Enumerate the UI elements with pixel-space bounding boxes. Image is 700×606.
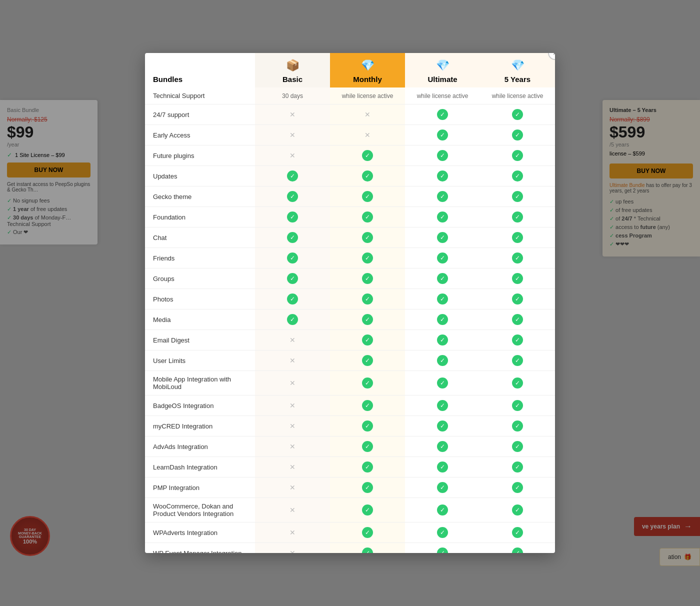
row-label-learndash-integration: LearnDash Integration xyxy=(145,457,255,478)
check-icon: ✓ xyxy=(512,232,523,243)
cross-icon: ✕ xyxy=(290,336,296,344)
row-label-mobile-app-integration-with-mobiloud: Mobile App Integration with MobiLoud xyxy=(145,371,255,396)
cell-monthly: ✓ xyxy=(330,416,405,436)
cell-basic: ✓ xyxy=(255,310,330,330)
table-row: Foundation✓✓✓✓ xyxy=(145,207,555,228)
cell-basic: ✓ xyxy=(255,289,330,310)
cell-5years: ✓ xyxy=(480,522,555,543)
check-icon: ✓ xyxy=(362,212,373,222)
cell-ultimate: ✓ xyxy=(405,371,480,396)
check-icon: ✓ xyxy=(512,527,523,538)
cell-monthly: ✓ xyxy=(330,228,405,248)
table-row: WP Event Manager Integration✕✓✓✓ xyxy=(145,543,555,554)
cell-monthly-technical-support: while license active xyxy=(330,88,405,104)
cell-monthly: ✓ xyxy=(330,146,405,166)
check-icon: ✓ xyxy=(362,170,373,182)
table-row: Chat✓✓✓✓ xyxy=(145,228,555,248)
check-icon: ✓ xyxy=(437,378,448,388)
cross-icon: ✕ xyxy=(290,484,296,492)
cell-basic: ✕ xyxy=(255,522,330,543)
table-row: WooCommerce, Dokan and Product Vendors I… xyxy=(145,498,555,522)
cell-5years: ✓ xyxy=(480,457,555,478)
col-basic-header: 📦 Basic xyxy=(255,53,330,88)
cell-5years-technical-support: while license active xyxy=(480,88,555,104)
cross-icon: ✕ xyxy=(290,422,296,430)
cell-5years: ✓ xyxy=(480,330,555,350)
col-ultimate-header: 💎 Ultimate xyxy=(405,53,480,88)
check-icon: ✓ xyxy=(512,355,523,366)
cell-monthly: ✕ xyxy=(330,104,405,125)
cross-icon: ✕ xyxy=(290,402,296,410)
cell-5years: ✓ xyxy=(480,268,555,289)
table-row: PMP Integration✕✓✓✓ xyxy=(145,478,555,498)
basic-plan-name: Basic xyxy=(259,75,326,84)
check-icon: ✓ xyxy=(437,420,448,432)
cell-ultimate: ✓ xyxy=(405,498,480,522)
cell-5years: ✓ xyxy=(480,186,555,207)
cell-5years: ✓ xyxy=(480,104,555,125)
check-icon: ✓ xyxy=(437,548,448,553)
check-icon: ✓ xyxy=(437,150,448,161)
cell-ultimate: ✓ xyxy=(405,125,480,146)
cell-basic: ✕ xyxy=(255,396,330,416)
check-icon: ✓ xyxy=(362,441,373,452)
cell-basic-technical-support: 30 days xyxy=(255,88,330,104)
check-icon: ✓ xyxy=(362,294,373,304)
cell-monthly: ✓ xyxy=(330,457,405,478)
cell-monthly: ✓ xyxy=(330,498,405,522)
cell-5years: ✓ xyxy=(480,350,555,371)
check-icon: ✓ xyxy=(362,378,373,388)
table-row: Technical Support 30 days while license … xyxy=(145,88,555,104)
check-icon: ✓ xyxy=(437,212,448,222)
cell-5years: ✓ xyxy=(480,436,555,457)
check-icon: ✓ xyxy=(287,232,298,243)
cell-monthly: ✓ xyxy=(330,436,405,457)
cell-ultimate: ✓ xyxy=(405,166,480,186)
check-icon: ✓ xyxy=(437,314,448,325)
row-label-badgeos-integration: BadgeOS Integration xyxy=(145,396,255,416)
cell-monthly: ✓ xyxy=(330,186,405,207)
check-icon: ✓ xyxy=(287,294,298,304)
row-label-chat: Chat xyxy=(145,228,255,248)
row-label-early-access: Early Access xyxy=(145,125,255,146)
cell-monthly: ✓ xyxy=(330,248,405,268)
check-icon: ✓ xyxy=(362,462,373,472)
check-icon: ✓ xyxy=(512,334,523,346)
cell-monthly: ✓ xyxy=(330,478,405,498)
table-row: User Limits✕✓✓✓ xyxy=(145,350,555,371)
cell-monthly: ✕ xyxy=(330,125,405,146)
cross-icon: ✕ xyxy=(290,356,296,364)
table-row: Friends✓✓✓✓ xyxy=(145,248,555,268)
row-label-technical-support: Technical Support xyxy=(145,88,255,104)
check-icon: ✓ xyxy=(362,504,373,516)
check-icon: ✓ xyxy=(512,294,523,304)
cell-5years: ✓ xyxy=(480,248,555,268)
check-icon: ✓ xyxy=(287,212,298,222)
check-icon: ✓ xyxy=(512,462,523,472)
check-icon: ✓ xyxy=(437,482,448,493)
table-row: Groups✓✓✓✓ xyxy=(145,268,555,289)
col-monthly-header: 💎 Monthly xyxy=(330,53,405,88)
row-label-wpadverts-integration: WPAdverts Integration xyxy=(145,522,255,543)
table-row: Photos✓✓✓✓ xyxy=(145,289,555,310)
cell-monthly: ✓ xyxy=(330,268,405,289)
check-icon: ✓ xyxy=(362,400,373,411)
row-label-gecko-theme: Gecko theme xyxy=(145,186,255,207)
cell-monthly: ✓ xyxy=(330,522,405,543)
check-icon: ✓ xyxy=(362,252,373,264)
table-row: LearnDash Integration✕✓✓✓ xyxy=(145,457,555,478)
cell-monthly: ✓ xyxy=(330,166,405,186)
cross-icon: ✕ xyxy=(290,110,296,118)
row-label-groups: Groups xyxy=(145,268,255,289)
check-icon: ✓ xyxy=(437,252,448,264)
cell-basic: ✕ xyxy=(255,436,330,457)
monthly-plan-icon: 💎 xyxy=(334,59,401,72)
cross-icon: ✕ xyxy=(290,506,296,514)
check-icon: ✓ xyxy=(287,273,298,284)
cell-ultimate: ✓ xyxy=(405,543,480,554)
cell-basic: ✕ xyxy=(255,146,330,166)
cell-ultimate: ✓ xyxy=(405,436,480,457)
cell-ultimate: ✓ xyxy=(405,522,480,543)
check-icon: ✓ xyxy=(512,314,523,325)
cross-icon: ✕ xyxy=(290,379,296,387)
